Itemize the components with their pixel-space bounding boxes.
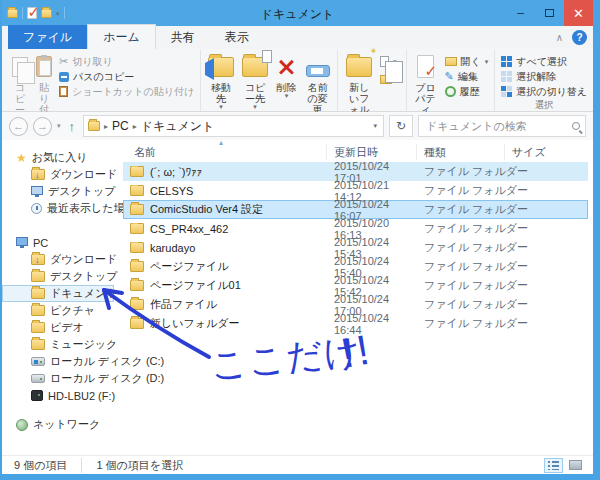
history-dropdown-icon[interactable]: ▾ — [57, 122, 61, 130]
sidebar-section-network[interactable]: ネットワーク — [2, 416, 123, 433]
close-button[interactable]: ✕ — [564, 0, 593, 26]
file-row[interactable]: 新しいフォルダー 2015/10/24 16:44 ファイル フォルダー — [123, 314, 588, 333]
sidebar-section-favorites[interactable]: ★ お気に入り — [2, 149, 123, 166]
ribbon-group-new: ✶ 新しいフォルダー ▾ ▾ 新規 — [338, 50, 406, 111]
copy-button[interactable]: コピー — [8, 50, 32, 116]
move-arrow-icon — [205, 64, 214, 75]
thumbnails-view-button[interactable] — [566, 458, 585, 473]
downloads-icon: ↓ — [31, 254, 45, 265]
up-button[interactable]: ↑ — [66, 119, 79, 134]
select-all-button[interactable]: すべて選択 — [498, 54, 590, 69]
open-button[interactable]: 開く ▾ — [442, 54, 492, 69]
sidebar-item-pc-pictures[interactable]: ピクチャ — [2, 302, 123, 319]
divider — [64, 7, 65, 19]
sidebar-item-hd-lbu2-f[interactable]: HD-LBU2 (F:) — [2, 387, 123, 404]
edit-button[interactable]: ✎ 編集 — [442, 69, 492, 84]
folder-icon — [130, 166, 144, 177]
divider — [22, 7, 23, 19]
details-view-button[interactable] — [544, 458, 563, 473]
open-icon — [445, 57, 457, 66]
thumbnails-view-icon — [569, 460, 582, 470]
breadcrumb-segment-documents[interactable]: ドキュメント — [141, 118, 215, 135]
ribbon-tabs: ファイル ホーム 共有 表示 ∧ ? — [2, 26, 593, 49]
desktop-icon — [31, 186, 43, 195]
ribbon-corner-buttons: ∧ ? — [556, 30, 587, 45]
qat-dropdown-icon[interactable]: ▾ — [56, 11, 60, 16]
ribbon: コピー 貼り付け ✂ 切り取り パスのコピー — [2, 49, 593, 112]
breadcrumb-separator: ▸ — [133, 122, 137, 131]
rename-icon — [306, 65, 330, 77]
disk-c-icon — [31, 357, 45, 366]
select-none-button[interactable]: 選択解除 — [498, 69, 590, 84]
videos-folder-icon — [31, 322, 45, 333]
tab-file[interactable]: ファイル — [8, 25, 87, 49]
sidebar-item-pc-music[interactable]: ミュージック — [2, 336, 123, 353]
column-header-size[interactable]: サイズ — [505, 144, 593, 160]
sidebar-item-pc-desktop[interactable]: デスクトップ — [2, 268, 123, 285]
folder-icon — [130, 280, 144, 291]
minimize-ribbon-icon[interactable]: ∧ — [556, 32, 563, 43]
maximize-button[interactable] — [535, 0, 564, 26]
history-button[interactable]: 履歴 — [442, 84, 492, 99]
back-button[interactable]: ← — [9, 117, 28, 136]
explorer-window: ▾ ドキュメント – ✕ ファイル ホーム 共有 表示 ∧ ? コピー — [0, 0, 600, 480]
history-icon — [445, 86, 456, 97]
properties-icon — [417, 55, 434, 78]
edit-icon: ✎ — [445, 70, 454, 83]
selected-count: 1 個の項目を選択 — [81, 458, 183, 473]
copy-to-button[interactable]: コピー先 ▾ — [238, 50, 272, 109]
tab-home[interactable]: ホーム — [87, 24, 156, 49]
dropdown-arrow-icon: ▾ — [485, 59, 489, 64]
sidebar-item-pc-videos[interactable]: ビデオ — [2, 319, 123, 336]
column-header-date[interactable]: 更新日時 — [327, 144, 417, 160]
address-dropdown-icon[interactable]: ▾ — [373, 122, 379, 130]
window-folder-icon — [7, 9, 18, 18]
title-bar: ▾ ドキュメント – ✕ — [2, 0, 593, 26]
tab-view[interactable]: 表示 — [210, 25, 264, 49]
file-rows: (´; ω; `)ﾜｧｧ 2015/10/24 17:01 ファイル フォルダー… — [123, 162, 593, 455]
maximize-icon — [545, 9, 554, 17]
rename-button[interactable]: 名前の変更 — [301, 50, 334, 116]
status-bar: 9 個の項目 1 個の項目を選択 — [2, 455, 593, 474]
search-icon[interactable] — [572, 122, 580, 130]
view-switcher — [544, 458, 585, 473]
sidebar-item-local-disk-c[interactable]: ローカル ディスク (C:) — [2, 353, 123, 370]
pc-icon — [16, 237, 28, 246]
new-item-button[interactable]: ▾ — [377, 54, 403, 69]
ribbon-group-select: すべて選択 選択解除 選択の切り替え 選択 — [495, 50, 593, 111]
delete-button[interactable]: × 削除 ▾ — [272, 50, 301, 98]
folder-icon — [130, 185, 144, 196]
cut-button[interactable]: ✂ 切り取り — [56, 54, 197, 69]
sidebar-item-pc-downloads[interactable]: ↓ ダウンロード — [2, 251, 123, 268]
help-icon[interactable]: ? — [572, 30, 587, 45]
new-item-icon — [380, 56, 389, 67]
column-header-type[interactable]: 種類 — [417, 144, 505, 160]
breadcrumb[interactable]: ▸ PC ▸ ドキュメント ▾ — [83, 115, 384, 137]
search-box[interactable] — [418, 115, 586, 137]
sidebar-item-downloads[interactable]: ↓ ダウンロード — [2, 166, 123, 183]
paste-shortcut-button[interactable]: ショートカットの貼り付け — [56, 84, 197, 99]
breadcrumb-segment-pc[interactable]: PC — [112, 119, 129, 133]
properties-button[interactable]: プロパティ ▾ — [410, 50, 442, 121]
tab-share[interactable]: 共有 — [156, 25, 210, 49]
forward-button[interactable]: → — [33, 117, 52, 136]
sidebar-item-pc-documents[interactable]: ドキュメント — [2, 285, 114, 302]
sidebar-item-desktop[interactable]: デスクトップ — [2, 183, 123, 200]
move-to-button[interactable]: 移動先 ▾ — [204, 50, 238, 109]
sidebar-section-pc[interactable]: PC — [2, 234, 123, 251]
copy-path-button[interactable]: パスのコピー — [56, 69, 197, 84]
ribbon-group-clipboard: コピー 貼り付け ✂ 切り取り パスのコピー — [5, 50, 201, 111]
sidebar-item-local-disk-d[interactable]: ローカル ディスク (D:) — [2, 370, 123, 387]
new-folder-icon — [346, 57, 372, 77]
refresh-button[interactable]: ↻ — [389, 115, 413, 137]
pictures-folder-icon — [31, 305, 45, 316]
search-input[interactable] — [424, 119, 572, 133]
sidebar-item-recent-places[interactable]: 最近表示した場所 — [2, 200, 123, 217]
properties-qat-icon[interactable] — [27, 7, 37, 19]
minimize-button[interactable]: – — [506, 0, 535, 26]
select-all-icon — [501, 56, 512, 67]
invert-selection-button[interactable]: 選択の切り替え — [498, 84, 590, 99]
network-icon — [16, 419, 28, 431]
new-folder-qat-icon[interactable] — [41, 9, 52, 18]
column-header-name[interactable]: 名前 ▴ — [123, 144, 327, 160]
